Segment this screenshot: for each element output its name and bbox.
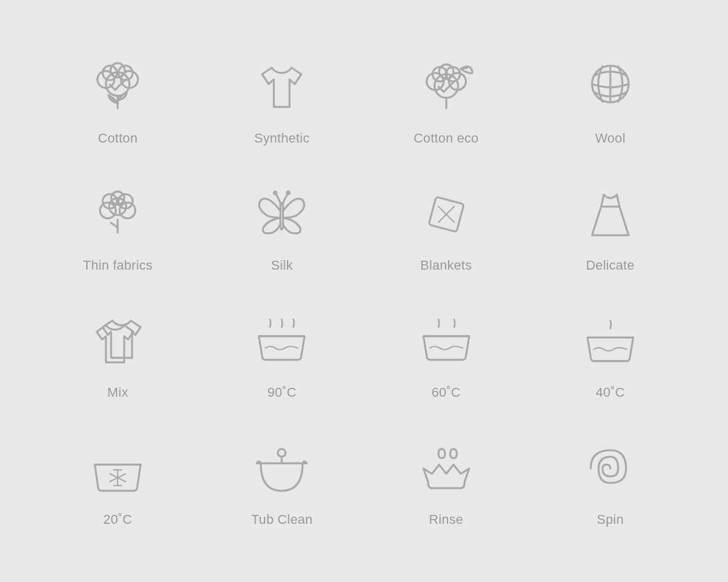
item-40c: 40˚C xyxy=(528,291,692,418)
item-90c: 90˚C xyxy=(200,291,364,418)
tub-clean-icon xyxy=(249,436,314,501)
60c-label: 60˚C xyxy=(431,385,461,400)
silk-icon xyxy=(249,182,314,247)
90c-label: 90˚C xyxy=(267,385,297,400)
item-20c: 20˚C xyxy=(36,418,200,545)
mix-icon xyxy=(85,309,150,374)
thin-fabrics-label: Thin fabrics xyxy=(83,258,152,273)
svg-point-27 xyxy=(287,192,289,194)
blankets-icon xyxy=(414,182,479,247)
item-cotton: Cotton xyxy=(36,37,200,164)
item-cotton-eco: Cotton eco xyxy=(364,37,528,164)
20c-icon xyxy=(85,436,150,501)
cotton-eco-label: Cotton eco xyxy=(414,131,478,146)
item-delicate: Delicate xyxy=(528,164,692,291)
svg-line-31 xyxy=(601,195,603,207)
item-mix: Mix xyxy=(36,291,200,418)
cotton-icon xyxy=(85,55,150,120)
item-wool: Wool xyxy=(528,37,692,164)
icon-grid: Cotton Synthetic xyxy=(0,13,728,569)
wool-label: Wool xyxy=(595,131,625,146)
delicate-icon xyxy=(578,182,643,247)
spin-icon xyxy=(578,436,643,501)
svg-point-19 xyxy=(100,203,115,218)
delicate-label: Delicate xyxy=(586,258,635,273)
item-blankets: Blankets xyxy=(364,164,528,291)
synthetic-icon xyxy=(249,55,314,120)
svg-point-26 xyxy=(274,192,276,194)
40c-label: 40˚C xyxy=(595,385,625,400)
90c-icon xyxy=(249,309,314,374)
item-spin: Spin xyxy=(528,418,692,545)
svg-line-32 xyxy=(617,195,619,207)
wool-icon xyxy=(578,55,643,120)
mix-label: Mix xyxy=(108,385,128,400)
item-60c: 60˚C xyxy=(364,291,528,418)
rinse-label: Rinse xyxy=(429,512,464,527)
cotton-eco-icon xyxy=(414,55,479,120)
item-tub-clean: Tub Clean xyxy=(200,418,364,545)
item-thin-fabrics: Thin fabrics xyxy=(36,164,200,291)
item-rinse: Rinse xyxy=(364,418,528,545)
silk-label: Silk xyxy=(271,258,293,273)
item-silk: Silk xyxy=(200,164,364,291)
item-synthetic: Synthetic xyxy=(200,37,364,164)
svg-point-5 xyxy=(111,63,125,77)
svg-line-14 xyxy=(461,68,467,69)
cotton-label: Cotton xyxy=(98,131,138,146)
rinse-icon xyxy=(414,436,479,501)
svg-point-20 xyxy=(119,203,135,218)
20c-label: 20˚C xyxy=(103,512,133,527)
tub-clean-label: Tub Clean xyxy=(251,512,313,527)
60c-icon xyxy=(414,309,479,374)
thin-fabrics-icon xyxy=(85,182,150,247)
blankets-label: Blankets xyxy=(420,258,472,273)
synthetic-label: Synthetic xyxy=(254,131,310,146)
spin-label: Spin xyxy=(597,512,623,527)
svg-point-43 xyxy=(278,449,286,457)
40c-icon xyxy=(578,309,643,374)
